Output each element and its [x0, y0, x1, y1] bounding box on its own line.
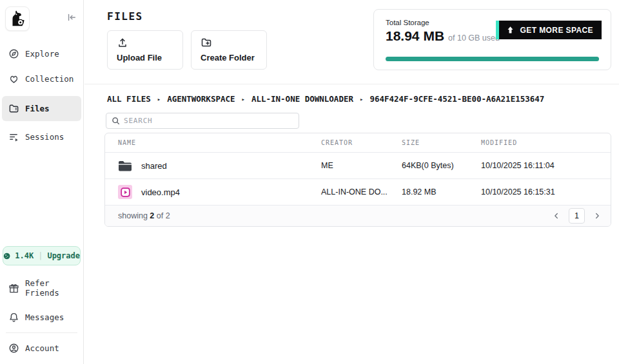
sidebar-item-explore[interactable]: Explore [0, 41, 83, 66]
sidebar-item-label: Refer Friends [25, 278, 81, 298]
file-modified: 10/10/2025 16:15:31 [481, 187, 611, 196]
sidebar-item-label: Messages [25, 312, 64, 322]
table-header-row: NAME CREATOR SIZE MODIFIED [105, 133, 611, 152]
credits-count: 1.4K [15, 251, 34, 260]
folder-file-icon [118, 158, 132, 173]
folder-icon [8, 103, 19, 114]
sidebar: Explore Collection Files [0, 0, 84, 364]
file-creator: ALL-IN-ONE DO... [321, 187, 402, 196]
sidebar-item-label: Account [25, 343, 59, 353]
video-file-icon [118, 185, 132, 199]
column-header-name: NAME [105, 139, 321, 146]
file-modified: 10/10/2025 16:11:04 [481, 161, 611, 170]
get-more-space-label: GET MORE SPACE [520, 26, 593, 35]
main-content: ALL FILES ▸ AGENTWORKSPACE ▸ ALL-IN-ONE … [84, 84, 619, 364]
bell-icon [8, 312, 19, 323]
column-header-modified: MODIFIED [481, 139, 611, 146]
collapse-sidebar-icon [66, 12, 77, 23]
storage-label: Total Storage [386, 19, 429, 26]
file-name: shared [141, 161, 167, 171]
page-header: FILES Upload File Create Folder Total St… [84, 0, 619, 84]
sidebar-item-messages[interactable]: Messages [0, 305, 83, 330]
breadcrumb-item-all-files[interactable]: ALL FILES [107, 94, 151, 104]
column-header-size: SIZE [402, 139, 481, 146]
chevron-right-icon [593, 212, 601, 220]
sidebar-collapse-button[interactable] [66, 12, 77, 23]
badge-divider: | [38, 251, 43, 260]
sidebar-item-label: Files [25, 104, 50, 113]
breadcrumb: ALL FILES ▸ AGENTWORKSPACE ▸ ALL-IN-ONE … [107, 94, 544, 104]
page-title: FILES [107, 10, 143, 23]
sidebar-item-refer-friends[interactable]: Refer Friends [0, 271, 83, 305]
search-input[interactable] [124, 117, 293, 125]
file-name-cell: video.mp4 [105, 185, 321, 199]
column-header-creator: CREATOR [321, 139, 402, 146]
sessions-list-icon [8, 131, 19, 142]
sidebar-item-account[interactable]: Account [0, 336, 83, 361]
file-size: 18.92 MB [402, 187, 481, 196]
credits-upgrade-badge[interactable]: 1.4K | Upgrade [3, 246, 81, 265]
sidebar-item-sessions[interactable]: Sessions [0, 124, 83, 149]
search-box [106, 113, 299, 129]
table-footer: showing 2 of 2 1 [105, 205, 611, 226]
get-more-space-button[interactable]: GET MORE SPACE [496, 21, 602, 39]
llama-logo-icon [8, 9, 27, 28]
sidebar-divider [6, 332, 77, 333]
table-row-video-file[interactable]: video.mp4 ALL-IN-ONE DO... 18.92 MB 10/1… [105, 178, 611, 205]
sidebar-bottom: 1.4K | Upgrade Refer Friends [0, 246, 83, 364]
next-page-button[interactable] [591, 210, 603, 222]
sidebar-item-collection[interactable]: Collection [0, 66, 83, 91]
upgrade-link[interactable]: Upgrade [47, 251, 80, 260]
prev-page-button[interactable] [551, 210, 562, 222]
upload-file-button[interactable]: Upload File [107, 30, 183, 70]
app-root: Explore Collection Files [0, 0, 619, 364]
showing-of-label: of 2 [157, 211, 170, 220]
sidebar-item-label: Explore [25, 49, 59, 59]
breadcrumb-item-uuid[interactable]: 964F424F-9CFE-4521-BE00-A6A21E153647 [369, 94, 544, 104]
storage-value: 18.94 MB of 10 GB used [386, 28, 500, 44]
breadcrumb-separator-icon: ▸ [360, 96, 363, 102]
pagination: 1 [551, 208, 603, 224]
app-logo[interactable] [5, 6, 30, 31]
action-cards: Upload File Create Folder [107, 30, 267, 70]
showing-label: showing [118, 211, 148, 220]
arrow-up-icon [506, 26, 515, 34]
page-number-button[interactable]: 1 [569, 208, 585, 224]
storage-progress-track [386, 57, 599, 61]
account-icon [8, 343, 19, 354]
folder-plus-icon [201, 37, 212, 48]
sidebar-item-label: Sessions [25, 132, 64, 142]
files-table: NAME CREATOR SIZE MODIFIED shared ME 64 [104, 133, 611, 227]
file-name-cell: shared [105, 158, 321, 173]
create-folder-label: Create Folder [201, 53, 257, 62]
sidebar-item-label: Collection [25, 74, 74, 84]
storage-card: Total Storage 18.94 MB of 10 GB used GET… [373, 9, 611, 70]
gift-icon [8, 283, 19, 294]
chevron-left-icon [553, 212, 560, 220]
sidebar-spacer [0, 149, 83, 246]
breadcrumb-item-agentworkspace[interactable]: AGENTWORKSPACE [167, 94, 235, 104]
sidebar-nav: Explore Collection Files [0, 41, 83, 149]
storage-suffix: of 10 GB used [448, 34, 500, 43]
sidebar-item-files[interactable]: Files [2, 96, 81, 121]
file-name: video.mp4 [141, 187, 180, 197]
storage-used-value: 18.94 MB [386, 28, 444, 44]
heart-icon [8, 73, 19, 84]
upload-file-label: Upload File [117, 53, 173, 62]
coin-icon [3, 251, 10, 261]
showing-count-value: 2 [150, 211, 154, 220]
create-folder-button[interactable]: Create Folder [191, 30, 267, 70]
file-size: 64KB(0 Bytes) [402, 161, 481, 170]
showing-count: showing 2 of 2 [118, 211, 170, 220]
breadcrumb-item-downloader[interactable]: ALL-IN-ONE DOWNLOADER [251, 94, 353, 104]
storage-progress-fill [386, 57, 599, 61]
compass-icon [8, 48, 19, 59]
table-row-shared-folder[interactable]: shared ME 64KB(0 Bytes) 10/10/2025 16:11… [105, 152, 611, 178]
breadcrumb-separator-icon: ▸ [242, 96, 245, 102]
upload-icon [117, 37, 128, 48]
breadcrumb-separator-icon: ▸ [157, 96, 161, 102]
sidebar-logo-row [0, 0, 83, 31]
search-icon [112, 117, 120, 125]
file-creator: ME [321, 161, 402, 170]
